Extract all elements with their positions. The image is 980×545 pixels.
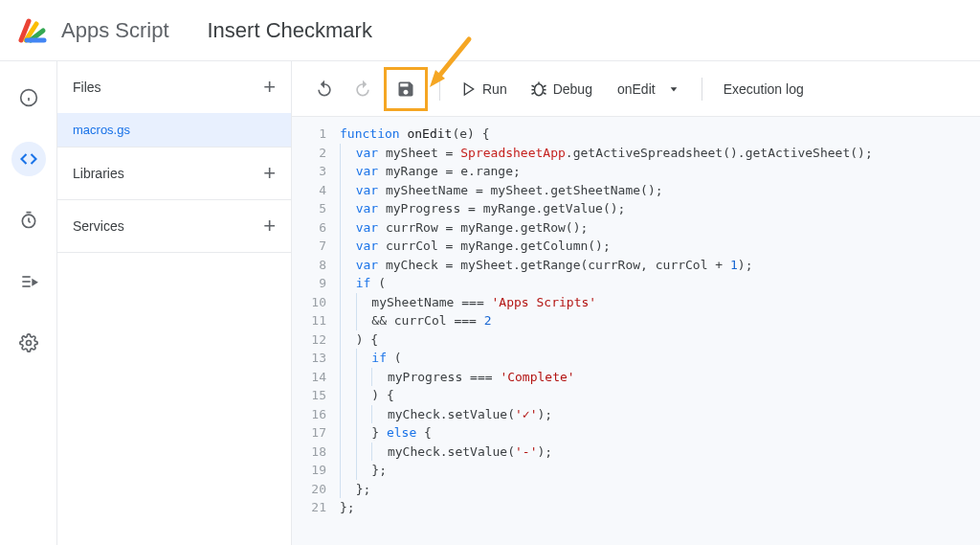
toolbar: Run Debug onEdit Execution log (292, 61, 980, 117)
services-label: Services (73, 218, 124, 234)
left-rail (0, 61, 57, 545)
svg-point-8 (26, 341, 31, 346)
services-section: Services + (57, 200, 291, 252)
add-library-button[interactable]: + (263, 161, 276, 186)
svg-line-13 (531, 85, 534, 87)
svg-marker-10 (464, 83, 473, 95)
add-file-button[interactable]: + (263, 75, 276, 100)
app-name: Apps Script (61, 18, 169, 43)
save-button[interactable] (389, 72, 423, 106)
execution-log-button[interactable]: Execution log (714, 72, 813, 106)
rail-executions[interactable] (11, 264, 46, 299)
function-select[interactable]: onEdit (606, 72, 690, 106)
rail-settings[interactable] (11, 326, 46, 360)
files-label: Files (73, 79, 101, 95)
svg-point-11 (534, 83, 543, 95)
project-name[interactable]: Insert Checkmark (208, 18, 372, 43)
chevron-down-icon (669, 84, 679, 94)
svg-marker-19 (670, 87, 677, 91)
rail-triggers[interactable] (11, 203, 46, 238)
svg-line-18 (543, 92, 546, 94)
run-label: Run (482, 81, 507, 97)
file-item[interactable]: macros.gs (57, 113, 291, 147)
run-button[interactable]: Run (452, 72, 517, 106)
divider (702, 78, 702, 101)
save-highlight-box (384, 67, 428, 111)
divider (439, 78, 440, 101)
debug-label: Debug (553, 81, 592, 97)
sidebar: Files + macros.gs Libraries + Services + (57, 61, 292, 545)
function-selected: onEdit (617, 81, 656, 97)
debug-button[interactable]: Debug (521, 72, 602, 106)
svg-marker-9 (430, 70, 445, 87)
libraries-section: Libraries + (57, 148, 291, 199)
line-numbers: 123456789101112131415161718192021 (292, 125, 340, 545)
code-content[interactable]: function onEdit(e) { var mySheet = Sprea… (340, 125, 980, 545)
svg-marker-7 (33, 280, 36, 284)
apps-script-logo (15, 13, 50, 48)
rail-overview[interactable] (11, 80, 46, 115)
code-editor[interactable]: 123456789101112131415161718192021 functi… (292, 117, 980, 545)
undo-button[interactable] (307, 72, 342, 106)
execution-log-label: Execution log (724, 81, 804, 97)
app-header: Apps Script Insert Checkmark (0, 0, 980, 61)
svg-line-17 (531, 92, 534, 94)
rail-editor[interactable] (11, 142, 46, 176)
add-service-button[interactable]: + (263, 214, 276, 238)
redo-button[interactable] (345, 72, 380, 106)
svg-line-14 (543, 85, 546, 87)
content-area: Run Debug onEdit Execution log 123456789… (292, 61, 980, 545)
libraries-label: Libraries (73, 166, 124, 181)
files-section: Files + (57, 61, 291, 113)
